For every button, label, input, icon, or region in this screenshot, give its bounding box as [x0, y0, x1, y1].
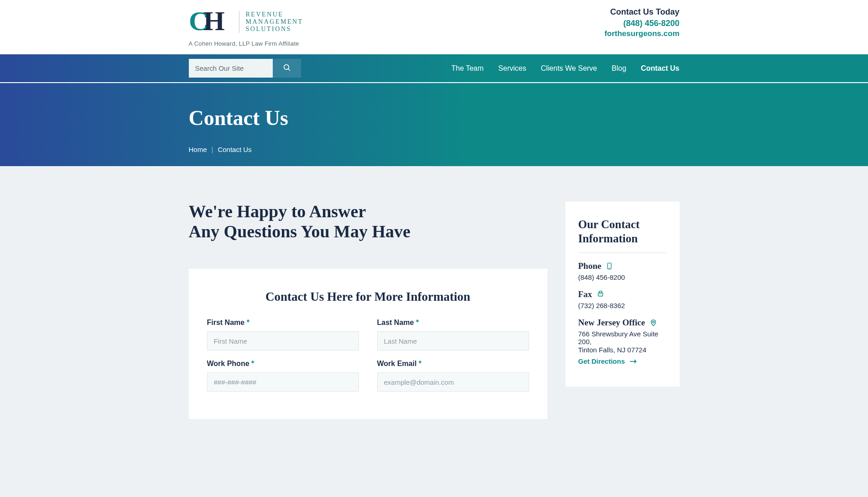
last-name-field[interactable]: [377, 331, 529, 351]
office-label: New Jersey Office: [578, 318, 667, 328]
header-phone[interactable]: (848) 456-8200: [604, 19, 679, 28]
arrow-right-icon: [629, 357, 638, 365]
breadcrumb: Home | Contact Us: [189, 146, 680, 153]
nav-services[interactable]: Services: [498, 64, 526, 73]
svg-text:H: H: [203, 7, 225, 36]
phone-label: Phone: [578, 261, 667, 271]
svg-rect-7: [599, 291, 602, 293]
last-name-label: Last Name *: [377, 319, 529, 327]
location-pin-icon: [650, 319, 657, 327]
search-input[interactable]: [189, 59, 273, 78]
logo-text: REVENUE MANAGEMENT SOLUTIONS: [239, 11, 303, 33]
svg-point-2: [284, 65, 289, 70]
fax-value: (732) 268-8362: [578, 302, 667, 309]
header-contact: Contact Us Today (848) 456-8200 forthesu…: [604, 7, 679, 38]
work-phone-label: Work Phone *: [207, 360, 359, 368]
fax-label: Fax: [578, 289, 667, 299]
address-line2: Tinton Falls, NJ 07724: [578, 346, 667, 354]
svg-line-3: [288, 69, 290, 71]
get-directions-link[interactable]: Get Directions: [578, 357, 638, 365]
search-form: [189, 59, 301, 78]
logo-line2: MANAGEMENT: [246, 18, 303, 26]
phone-icon: [606, 262, 613, 270]
work-phone-field[interactable]: [207, 372, 359, 392]
contact-form-card: Contact Us Here for More Information Fir…: [189, 269, 547, 419]
search-icon: [283, 63, 291, 73]
form-title: Contact Us Here for More Information: [207, 290, 529, 304]
logo[interactable]: C H REVENUE MANAGEMENT SOLUTIONS A Cohen…: [189, 7, 303, 47]
work-email-field[interactable]: [377, 372, 529, 392]
header-url[interactable]: forthesurgeons.com: [604, 29, 679, 38]
main-heading: We're Happy to Answer Any Questions You …: [189, 202, 547, 241]
page-title: Contact Us: [189, 106, 680, 130]
work-email-label: Work Email *: [377, 360, 529, 368]
sidebar-title: Our Contact Information: [578, 217, 667, 253]
nav-contact-us[interactable]: Contact Us: [641, 64, 679, 73]
first-name-label: First Name *: [207, 319, 359, 327]
contact-info-sidebar: Our Contact Information Phone (848) 456-…: [566, 202, 680, 387]
breadcrumb-separator: |: [212, 146, 213, 153]
nav-the-team[interactable]: The Team: [451, 64, 483, 73]
nav-blog[interactable]: Blog: [612, 64, 626, 73]
logo-subtitle: A Cohen Howard, LLP Law Firm Affiliate: [189, 40, 303, 47]
breadcrumb-home[interactable]: Home: [189, 146, 207, 153]
svg-point-10: [653, 321, 655, 323]
contact-title: Contact Us Today: [604, 7, 679, 17]
logo-line1: REVENUE: [246, 11, 303, 18]
heading-line1: We're Happy to Answer: [189, 202, 366, 221]
breadcrumb-current: Contact Us: [218, 146, 251, 153]
search-button[interactable]: [273, 59, 301, 78]
phone-value[interactable]: (848) 456-8200: [578, 273, 667, 281]
logo-mark-icon: C H: [189, 7, 233, 37]
heading-line2: Any Questions You May Have: [189, 222, 411, 241]
nav-clients[interactable]: Clients We Serve: [541, 64, 597, 73]
logo-line3: SOLUTIONS: [246, 26, 303, 33]
fax-icon: [597, 290, 604, 298]
first-name-field[interactable]: [207, 331, 359, 351]
address-line1: 766 Shrewsbury Ave Suite 200,: [578, 330, 667, 345]
svg-rect-6: [598, 293, 603, 296]
